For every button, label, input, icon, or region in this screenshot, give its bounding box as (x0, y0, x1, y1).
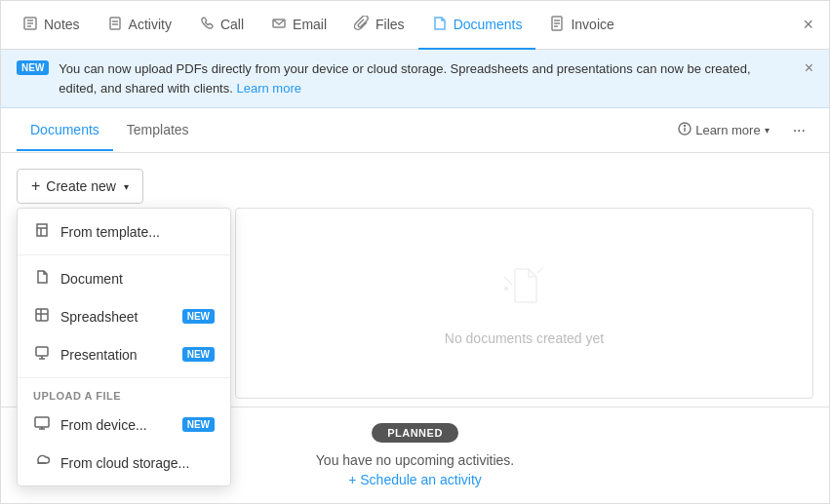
tab-documents-label: Documents (454, 17, 523, 32)
doc-icon (33, 269, 51, 288)
paperclip-icon (354, 16, 370, 34)
svg-rect-15 (36, 309, 48, 321)
dropdown-item-spreadsheet[interactable]: Spreadsheet NEW (18, 297, 230, 335)
learn-more-button[interactable]: Learn more ▾ (670, 118, 776, 142)
empty-doc-icon (500, 261, 549, 319)
svg-rect-4 (110, 18, 120, 29)
tab-activity[interactable]: Activity (94, 2, 185, 50)
svg-point-27 (504, 287, 507, 290)
empty-state-text: No documents created yet (445, 330, 604, 346)
close-tab-button[interactable]: × (795, 7, 821, 43)
create-new-button[interactable]: + Create new ▾ (17, 169, 143, 204)
info-icon (678, 122, 692, 138)
device-new-badge: NEW (182, 417, 215, 432)
tab-email[interactable]: Email (257, 2, 340, 50)
activity-icon (107, 16, 123, 34)
banner-learn-more-link[interactable]: Learn more (236, 81, 300, 96)
dropdown-separator-2 (18, 377, 230, 378)
upload-section-label: UPLOAD A FILE (18, 382, 230, 406)
plus-icon: + (31, 177, 40, 195)
email-icon (271, 16, 287, 34)
tab-activity-label: Activity (129, 17, 172, 32)
tab-email-label: Email (293, 17, 327, 32)
document-area: No documents created yet (235, 208, 813, 399)
phone-icon (199, 16, 215, 34)
tab-bar: Notes Activity Call Email Files (1, 1, 829, 50)
dropdown-item-from-template[interactable]: From template... (18, 213, 230, 251)
sub-tab-documents[interactable]: Documents (17, 110, 113, 151)
dropdown-item-from-device[interactable]: From device... NEW (18, 406, 230, 444)
invoice-icon (549, 16, 565, 34)
chevron-down-icon: ▾ (765, 125, 770, 136)
dropdown-separator-1 (18, 254, 230, 255)
presentation-icon (33, 345, 51, 364)
sub-tab-bar: Documents Templates Learn more ▾ ··· (1, 108, 829, 153)
svg-rect-18 (36, 347, 48, 356)
tab-call-label: Call (220, 17, 244, 32)
banner: NEW You can now upload PDFs directly fro… (1, 50, 829, 108)
document-icon (432, 16, 448, 34)
tab-invoice-label: Invoice (571, 17, 613, 32)
banner-text: You can now upload PDFs directly from yo… (59, 59, 786, 97)
spreadsheet-new-badge: NEW (182, 309, 215, 324)
dropdown-item-document[interactable]: Document (18, 259, 230, 297)
presentation-new-badge: NEW (182, 347, 215, 362)
svg-line-26 (508, 281, 512, 285)
tab-files-label: Files (375, 17, 405, 32)
sub-tab-templates[interactable]: Templates (113, 110, 203, 151)
banner-close-button[interactable]: × (805, 59, 813, 77)
schedule-activity-link[interactable]: + Schedule an activity (348, 472, 482, 487)
tab-documents[interactable]: Documents (418, 2, 536, 50)
svg-line-25 (504, 277, 508, 281)
sub-tab-actions: Learn more ▾ ··· (670, 118, 813, 143)
sub-tabs: Documents Templates (17, 110, 670, 150)
spreadsheet-icon (33, 307, 51, 326)
svg-rect-21 (35, 417, 49, 427)
tab-notes[interactable]: Notes (9, 2, 94, 50)
main-content: + Create new ▾ From template... Docu (1, 153, 829, 407)
dropdown-item-presentation[interactable]: Presentation NEW (18, 335, 230, 373)
banner-new-badge: NEW (17, 60, 49, 75)
cloud-icon (33, 453, 51, 472)
tab-call[interactable]: Call (185, 2, 257, 50)
tab-files[interactable]: Files (340, 2, 418, 50)
content-area: Documents Templates Learn more ▾ ··· (1, 108, 829, 503)
dropdown-item-from-cloud[interactable]: From cloud storage... (18, 444, 230, 482)
tab-invoice[interactable]: Invoice (535, 2, 627, 50)
template-icon (33, 222, 51, 241)
tab-notes-label: Notes (44, 17, 80, 32)
dropdown-arrow-icon: ▾ (124, 181, 129, 192)
main-container: Notes Activity Call Email Files (0, 0, 830, 504)
no-activities-text: You have no upcoming activities. (316, 452, 514, 468)
more-options-button[interactable]: ··· (785, 118, 813, 143)
notes-icon (22, 16, 38, 34)
svg-point-14 (685, 126, 686, 127)
svg-line-28 (537, 269, 541, 273)
svg-point-29 (541, 267, 543, 269)
dropdown-menu: From template... Document Spreadsheet NE… (17, 208, 231, 486)
planned-badge: PLANNED (372, 423, 458, 443)
monitor-icon (33, 415, 51, 434)
